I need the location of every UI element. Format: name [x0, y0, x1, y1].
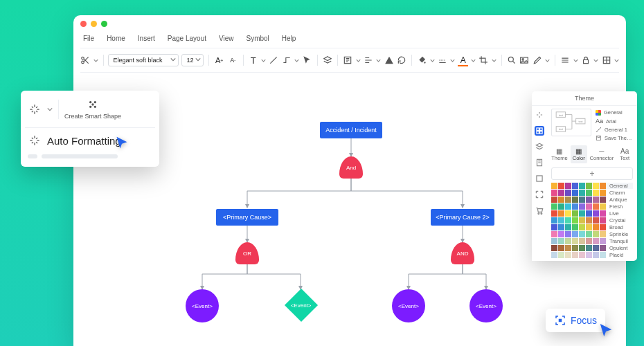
font-color-icon[interactable]: A [458, 55, 468, 66]
swatch-row[interactable]: Broad [551, 224, 633, 230]
node-root[interactable]: Accident / Incident [320, 122, 382, 138]
fill-dropdown[interactable] [430, 55, 435, 66]
node-cause-1[interactable]: <Primary Cause> [216, 209, 278, 226]
align-box-icon[interactable] [343, 55, 353, 66]
rail-box-icon[interactable] [535, 174, 544, 183]
swatch-row[interactable]: Live [551, 210, 633, 217]
font-name: Elegant soft black [113, 57, 162, 64]
grid-dropdown[interactable] [614, 55, 619, 66]
swatch-row[interactable]: Antique [551, 197, 633, 203]
swatch-row[interactable]: Sprinkle [551, 231, 633, 237]
rail-expand-icon[interactable] [535, 190, 544, 199]
node-cause-2[interactable]: <Primary Cause 2> [431, 209, 494, 226]
theme-opt-font[interactable]: AaArial [596, 118, 633, 125]
swatch-row[interactable]: Crystal [551, 217, 633, 224]
sparkle-button[interactable] [28, 102, 42, 116]
align-dropdown[interactable] [356, 55, 361, 66]
svg-rect-17 [540, 131, 543, 134]
svg-point-20 [538, 213, 539, 215]
theme-tab-theme[interactable]: ▦Theme [551, 145, 568, 163]
rail-doc-icon[interactable] [535, 158, 544, 167]
menu-page-layout[interactable]: Page Layout [168, 35, 206, 42]
node-gate-top[interactable]: And [339, 156, 363, 179]
pointer-tool-icon[interactable] [302, 55, 312, 66]
node-event-4[interactable]: <Event> [469, 289, 503, 322]
swatch-row[interactable]: Opulent [551, 245, 633, 251]
theme-opt-general[interactable]: General [596, 109, 633, 116]
font-decrease-icon[interactable]: A- [228, 55, 238, 66]
font-color-dropdown[interactable] [471, 55, 476, 66]
align-lines-dropdown[interactable] [376, 55, 381, 66]
text-dropdown[interactable] [261, 55, 266, 66]
theme-opt-save[interactable]: Save The… [596, 135, 633, 141]
menu-insert[interactable]: Insert [138, 35, 155, 42]
node-event-3[interactable]: <Event> [392, 289, 425, 322]
swatch-row[interactable]: Charm [551, 190, 633, 196]
theme-preview[interactable]: text text text [551, 109, 591, 136]
sparkle-dropdown[interactable] [47, 107, 53, 112]
theme-tab-color[interactable]: ▦Color [571, 145, 587, 163]
menu-symbol[interactable]: Symbol [247, 35, 269, 42]
search-icon[interactable] [507, 55, 517, 66]
focus-icon [554, 314, 566, 327]
menu-view[interactable]: View [219, 35, 234, 42]
crop-dropdown[interactable] [492, 55, 497, 66]
theme-tab-text[interactable]: AaText [616, 145, 633, 163]
rail-grid-icon[interactable] [535, 126, 544, 136]
focus-label: Focus [571, 315, 597, 326]
font-increase-icon[interactable]: A+ [214, 55, 225, 66]
close-window-button[interactable] [80, 21, 87, 27]
rotate-icon[interactable] [397, 55, 407, 66]
stroke-icon[interactable] [438, 55, 448, 66]
menu-help[interactable]: Help [282, 35, 296, 42]
align-lines-icon[interactable] [364, 55, 374, 66]
theme-opt-general1[interactable]: General 1 [596, 127, 633, 133]
cut-dropdown[interactable] [93, 55, 98, 66]
menu-home[interactable]: Home [107, 35, 125, 42]
create-smart-shape-button[interactable]: Create Smart Shape [64, 98, 121, 120]
node-event-1[interactable]: <Event> [186, 289, 219, 322]
edit-icon[interactable] [533, 55, 543, 66]
connector-dropdown[interactable] [294, 55, 299, 66]
swatch-row[interactable]: Placid [551, 252, 633, 258]
node-event-2[interactable]: <Event> [285, 289, 318, 322]
crop-icon[interactable] [478, 55, 489, 66]
fill-icon[interactable] [417, 55, 427, 66]
minimize-window-button[interactable] [91, 21, 97, 27]
stroke-dropdown[interactable] [450, 55, 455, 66]
cursor-icon [598, 322, 614, 342]
image-icon[interactable] [519, 55, 530, 66]
node-gate-right[interactable]: AND [451, 242, 474, 264]
font-select[interactable]: Elegant soft black [108, 54, 179, 66]
line-style-dropdown[interactable] [573, 55, 578, 66]
edit-dropdown[interactable] [545, 55, 550, 66]
swatch-row[interactable]: Tranquil [551, 238, 633, 244]
svg-point-10 [94, 101, 96, 103]
menu-file[interactable]: File [83, 35, 94, 42]
focus-button[interactable]: Focus [546, 309, 605, 332]
swatch-row-general[interactable]: General [551, 183, 633, 189]
theme-tab-connector[interactable]: ─Connector [590, 145, 614, 163]
swatch-list: General Charm Antique Fresh Live Crystal… [551, 183, 633, 258]
divider [80, 48, 619, 48]
grid-icon[interactable] [601, 55, 611, 66]
lock-icon[interactable] [581, 55, 591, 66]
connector-tool-icon[interactable] [282, 55, 292, 66]
lock-dropdown[interactable] [593, 55, 598, 66]
rail-sparkle-icon[interactable] [535, 110, 544, 120]
auto-formatting-button[interactable]: Auto Formatting [28, 134, 152, 147]
font-size-select[interactable]: 12 [181, 54, 203, 66]
maximize-window-button[interactable] [101, 21, 107, 27]
node-gate-left[interactable]: OR [235, 242, 259, 264]
line-tool-icon[interactable] [269, 55, 279, 66]
layers-icon[interactable] [323, 55, 333, 66]
cut-icon[interactable] [80, 55, 91, 66]
rail-layers-icon[interactable] [535, 142, 544, 152]
swatch-row[interactable]: Fresh [551, 203, 633, 210]
text-tool-icon[interactable]: T [248, 55, 258, 66]
warning-icon[interactable] [384, 55, 394, 66]
theme-panel: Theme text text te [532, 91, 637, 261]
theme-add-button[interactable]: + [551, 167, 633, 180]
rail-cart-icon[interactable] [535, 206, 544, 215]
line-style-icon[interactable] [560, 55, 571, 66]
